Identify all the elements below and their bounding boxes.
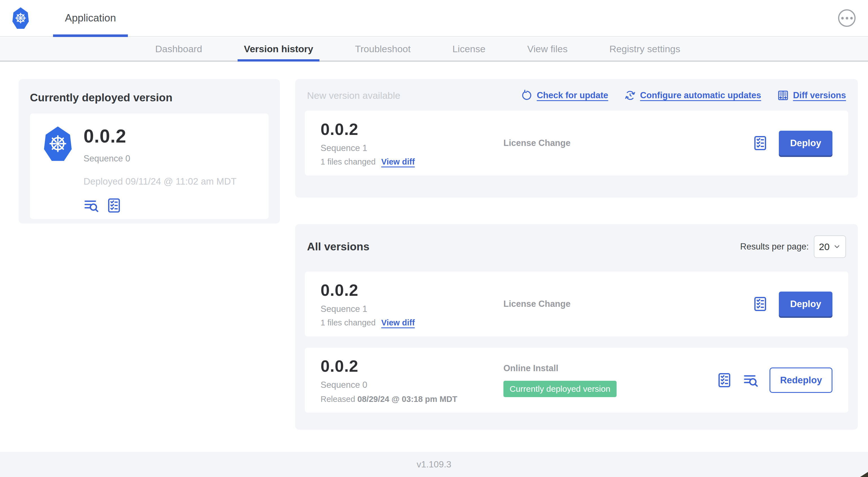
currently-deployed-panel: Currently deployed version 0.0.2 Sequenc… [19, 79, 280, 223]
tab-dashboard[interactable]: Dashboard [149, 37, 208, 61]
refresh-icon [521, 90, 532, 101]
tab-registry-settings[interactable]: Registry settings [603, 37, 686, 61]
tab-view-files[interactable]: View files [521, 37, 574, 61]
window-resize-grip [860, 472, 868, 477]
released-timestamp: Released 08/29/24 @ 03:18 pm MDT [320, 395, 503, 404]
deploy-button[interactable]: Deploy [779, 292, 832, 317]
chevron-down-icon [833, 243, 841, 251]
version-sequence: Sequence 1 [320, 143, 503, 153]
redeploy-button[interactable]: Redeploy [770, 367, 832, 393]
new-version-row: 0.0.2 Sequence 1 1 files changed View di… [305, 111, 848, 176]
version-number: 0.0.2 [320, 356, 503, 376]
version-number: 0.0.2 [320, 120, 503, 139]
kubernetes-logo-icon [12, 7, 29, 29]
view-logs-icon[interactable] [743, 372, 759, 388]
tab-troubleshoot[interactable]: Troubleshoot [349, 37, 417, 61]
deployed-version-number: 0.0.2 [84, 125, 237, 147]
console-version: v1.109.3 [417, 459, 452, 470]
deployed-sequence: Sequence 0 [84, 153, 237, 164]
preflight-checklist-icon[interactable] [716, 372, 732, 388]
currently-deployed-card: 0.0.2 Sequence 0 Deployed 09/11/24 @ 11:… [30, 114, 269, 219]
configure-automatic-updates-link[interactable]: Configure automatic updates [624, 90, 761, 101]
tab-license[interactable]: License [446, 37, 492, 61]
more-menu-button[interactable] [838, 9, 856, 27]
app-tab-active-underline [53, 34, 128, 37]
all-versions-title: All versions [307, 240, 369, 253]
results-per-page-select[interactable]: 20 [814, 235, 846, 258]
view-logs-icon[interactable] [84, 198, 99, 213]
preflight-checklist-icon[interactable] [752, 296, 768, 312]
results-per-page-value: 20 [819, 241, 830, 252]
diff-versions-link[interactable]: Diff versions [777, 90, 846, 101]
section-nav: Dashboard Version history Troubleshoot L… [0, 37, 868, 62]
version-number: 0.0.2 [320, 280, 503, 299]
files-changed-text: 1 files changed [320, 157, 376, 167]
deployed-timestamp: Deployed 09/11/24 @ 11:02 am MDT [84, 176, 237, 187]
files-changed-text: 1 files changed [320, 318, 376, 327]
preflight-checklist-icon[interactable] [752, 135, 768, 151]
new-version-title: New version available [307, 90, 400, 101]
app-tab-label: Application [65, 12, 116, 24]
version-source: Online Install [503, 363, 716, 374]
app-header: Application [0, 0, 868, 37]
diff-icon [777, 90, 789, 101]
version-sequence: Sequence 0 [320, 380, 503, 390]
app-footer: v1.109.3 [0, 452, 868, 477]
deploy-button[interactable]: Deploy [779, 131, 832, 155]
app-tab[interactable]: Application [53, 0, 128, 36]
version-row: 0.0.2 Sequence 1 1 files changed View di… [305, 271, 848, 336]
view-diff-link[interactable]: View diff [381, 157, 415, 167]
version-source: License Change [503, 138, 752, 148]
version-source: License Change [503, 299, 752, 309]
view-diff-link[interactable]: View diff [381, 318, 415, 327]
preflight-checklist-icon[interactable] [106, 198, 122, 213]
clock-refresh-icon [624, 90, 636, 101]
tab-version-history[interactable]: Version history [238, 37, 319, 61]
results-per-page-label: Results per page: [740, 242, 809, 252]
ellipsis-icon [841, 17, 844, 20]
active-tab-underline [238, 59, 319, 62]
all-versions-panel: All versions Results per page: 20 0.0.2 … [295, 224, 858, 429]
currently-deployed-badge: Currently deployed version [503, 381, 617, 397]
kubernetes-logo-icon [44, 126, 72, 161]
version-row: 0.0.2 Sequence 0 Released 08/29/24 @ 03:… [305, 348, 848, 413]
currently-deployed-title: Currently deployed version [30, 91, 269, 104]
new-version-panel: New version available Check for update C… [295, 79, 858, 198]
version-sequence: Sequence 1 [320, 304, 503, 314]
check-for-update-link[interactable]: Check for update [521, 90, 608, 101]
